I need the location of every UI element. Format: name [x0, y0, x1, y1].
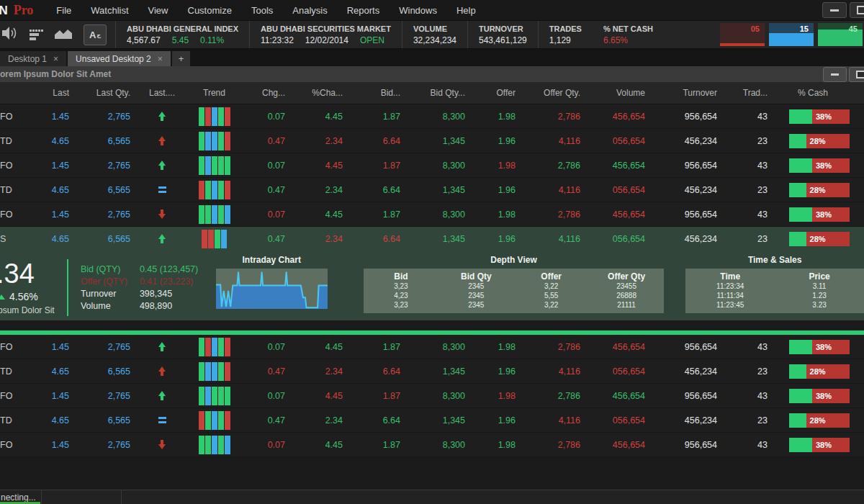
table-row[interactable]: FO1.452,7650.074.451.878,3001.982,786456… [0, 335, 864, 359]
cell-bid-qty: 1,345 [410, 185, 475, 195]
time-sales-col: Price [775, 271, 864, 282]
market-gauge-45[interactable]: 45 [818, 23, 863, 46]
table-row[interactable]: FO1.452,7650.074.451.878,3001.982,786456… [0, 433, 864, 457]
stat-value: 398,345 [140, 289, 172, 299]
down-arrow-icon [158, 210, 166, 219]
cell-last-qty: 2,765 [79, 210, 140, 220]
add-desktop-tab-button[interactable]: + [172, 51, 191, 66]
cell-last: 4.65 [36, 185, 79, 195]
menu-help[interactable]: Help [456, 5, 476, 16]
header-offer[interactable]: Offer [475, 88, 526, 98]
table-row[interactable]: TD4.656,5650.472.346.641,3451.964,116056… [0, 129, 864, 153]
panel-title: orem Ipsum Dolor Sit Amet [0, 69, 111, 79]
menu-tools[interactable]: Tools [251, 5, 273, 16]
logo-accent-text: Pro [14, 3, 34, 18]
desktop-tab[interactable]: Desktop 1× [0, 51, 66, 66]
header-%-cash[interactable]: % Cash [778, 88, 864, 98]
menu-file[interactable]: File [56, 5, 71, 16]
table-row[interactable]: FO1.452,7650.074.451.878,3001.982,786456… [0, 153, 864, 178]
table-row[interactable]: FO1.452,7650.074.451.878,3001.982,786456… [0, 104, 864, 129]
header-%cha-[interactable]: %Cha... [295, 88, 353, 98]
cell-last: 4.65 [36, 136, 79, 146]
close-tab-icon[interactable]: × [158, 54, 163, 64]
announcement-icon[interactable] [1, 26, 19, 43]
menu-watchlist[interactable]: Watchlist [91, 5, 128, 16]
panel-minimize-button[interactable] [823, 67, 847, 82]
header-bid-[interactable]: Bid... [353, 88, 410, 98]
close-tab-icon[interactable]: × [53, 54, 58, 64]
font-language-button[interactable]: Aج [84, 24, 107, 45]
cell-volume: 056,654 [590, 234, 655, 244]
header-offer-qty-[interactable]: Offer Qty. [526, 88, 590, 98]
table-row[interactable]: TD4.656,5650.472.346.641,3451.964,116056… [0, 178, 864, 202]
table-row[interactable]: FO1.452,7650.074.451.878,3001.982,786456… [0, 202, 864, 227]
header-chg-[interactable]: Chg... [245, 88, 295, 98]
header-last-qty-[interactable]: Last Qty. [79, 88, 140, 98]
cell-volume: 056,654 [590, 136, 655, 146]
cell-last-trend [140, 210, 184, 219]
header-turnover[interactable]: Turnover [655, 88, 727, 98]
depth-table: BidBid QtyOfferOffer Qty3,2323453,222345… [364, 269, 665, 313]
menu-view[interactable]: View [148, 5, 168, 16]
connection-status-text: necting... [1, 492, 36, 503]
market-gauge-05[interactable]: 05 [720, 23, 765, 46]
chart-icon[interactable] [54, 27, 73, 42]
cash-pct-label: 38% [812, 112, 832, 121]
panel-maximize-button[interactable] [849, 67, 864, 82]
cell-trend [184, 156, 245, 175]
cell-bid: 1.87 [353, 342, 410, 352]
table-row[interactable]: TD4.656,5650.472.346.641,3451.964,116056… [0, 408, 864, 433]
header-last-[interactable]: Last.... [140, 88, 184, 98]
cell-bid-qty: 8,300 [410, 161, 475, 171]
cell-offer-qty: 4,116 [526, 185, 590, 195]
cell-turnover: 956,654 [655, 161, 727, 171]
time-sales-col: Time [685, 271, 775, 282]
change-pct-value: 4.56% [9, 291, 38, 302]
desktop-tab[interactable]: Unsaved Desktop 2× [68, 51, 171, 66]
cell-offer-qty: 4,116 [526, 415, 590, 426]
cell-last-qty: 6,565 [79, 234, 140, 244]
cell-chg: 0.47 [245, 415, 295, 426]
market-open-status: OPEN [360, 35, 384, 45]
depth-header: BidBid QtyOfferOffer Qty [364, 271, 665, 282]
cell-trend [184, 411, 245, 430]
cash-pct-bar: 38% [789, 389, 850, 403]
trend-bars-icon [199, 411, 230, 430]
time-sales-title: Time & Sales [685, 255, 864, 265]
turnover-value: 543,461,129 [479, 35, 527, 45]
depth-cell: 3,23 [364, 300, 438, 310]
cell-pct-chg: 4.45 [295, 112, 353, 122]
cell-turnover: 456,234 [655, 234, 727, 244]
maximize-button[interactable] [850, 2, 864, 18]
menu-windows[interactable]: Windows [399, 5, 437, 16]
table-row[interactable]: S4.656,5650.472.346.641,3451.964,116056,… [0, 227, 864, 251]
price-block: .34 4.56% psum Dolor Sit [0, 255, 67, 320]
cell-pct-chg: 2.34 [295, 415, 353, 426]
cell-pct-chg: 2.34 [295, 185, 353, 195]
table-row[interactable]: FO1.452,7650.074.451.878,3001.982,786456… [0, 384, 864, 408]
trend-bars-icon [199, 107, 230, 126]
depth-cell: 2345 [438, 291, 513, 300]
header-trend[interactable]: Trend [184, 88, 245, 98]
menu-reports[interactable]: Reports [347, 5, 380, 16]
watchlist-icon[interactable] [30, 30, 43, 40]
header-last[interactable]: Last [36, 88, 79, 98]
market-date: 12/02/2014 [305, 35, 348, 45]
cash-pct-bar: 28% [789, 134, 850, 148]
market-gauge-15[interactable]: 15 [769, 23, 814, 46]
stat-value: 0.41 (23,223) [140, 276, 193, 287]
cash-pct-label: 38% [812, 392, 832, 400]
menu-analysis[interactable]: Analysis [292, 5, 327, 16]
header-bid-qty-[interactable]: Bid Qty... [410, 88, 475, 98]
section-gap [0, 320, 864, 330]
table-row[interactable]: TD4.656,5650.472.346.641,3451.964,116056… [0, 359, 864, 384]
watchlist-rows-bottom: FO1.452,7650.074.451.878,3001.982,786456… [0, 335, 864, 457]
header-trad-[interactable]: Trad... [727, 88, 778, 98]
cell-offer-qty: 2,786 [526, 210, 590, 220]
header-volume[interactable]: Volume [590, 88, 655, 98]
up-triangle-icon [0, 294, 5, 300]
minimize-button[interactable] [822, 2, 847, 18]
menu-customize[interactable]: Customize [188, 5, 232, 16]
cell-trades: 43 [727, 440, 778, 450]
cell-bid: 1.87 [353, 112, 410, 122]
